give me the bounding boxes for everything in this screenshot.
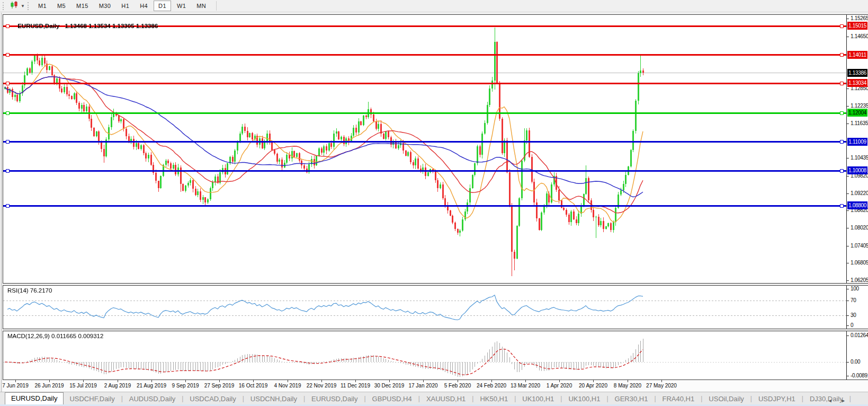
date-label: 24 Feb 2020 [477,383,506,389]
toolbar-grip[interactable] [28,2,31,10]
price-axis-tick: 1.09820 [847,176,868,176]
date-label: 30 Dec 2019 [374,383,405,389]
timeframe-button-group: M1M5M15M30H1H4D1W1MN [33,1,212,11]
price-label-1.10008: 1.10008 [847,166,867,174]
price-axis-tick-label: 1.06205 [851,277,868,283]
chart-ohlc-label: 1.13468 1.13534 1.13305 1.13386 [65,23,158,29]
tick-mark [847,289,849,289]
toolbar-grip[interactable] [3,2,6,10]
tab-eurusd-daily[interactable]: EURUSD,Daily [306,393,363,404]
tab-usoil-daily[interactable]: USOil,Daily [703,393,749,404]
time-axis-tick [83,380,84,382]
timeframe-button-w1[interactable]: W1 [172,1,191,11]
rsi-axis-tick: 100 [847,289,868,289]
toolbar: ▼ M1M5M15M30H1H4D1W1MN [0,0,868,12]
rsi-axis-tick-label: 100 [851,286,859,292]
timeframe-button-h4[interactable]: H4 [135,1,153,11]
price-axis-tick-label: 1.08020 [851,225,868,231]
price-axis-tick-label: 1.09220 [851,190,868,196]
tab-uk100-h1[interactable]: UK100,H1 [562,393,606,404]
tab-audusd-daily[interactable]: AUDUSD,Daily [123,393,181,404]
tick-mark [847,37,849,37]
price-axis-tick-label: 1.11635 [851,120,868,126]
timeframe-button-mn[interactable]: MN [192,1,211,11]
macd-axis-tick-label: 0.012645 [851,332,868,338]
tab-hk50-h1[interactable]: HK50,H1 [474,393,514,404]
toolbar-separator [216,1,217,11]
price-label-1.08800: 1.08800 [847,201,867,209]
tab-fra40-h1[interactable]: FRA40,H1 [657,393,701,404]
tick-mark [847,106,849,107]
main-chart-canvas[interactable] [3,15,846,283]
price-axis-tick: 1.14650 [847,37,868,37]
time-axis-tick [661,380,662,382]
date-label: 26 Jun 2019 [34,383,64,389]
price-axis-tick: 1.12235 [847,106,868,107]
date-label: 16 Oct 2019 [239,383,267,389]
macd-axis[interactable]: 0.0126450.00-0.00891 [846,331,868,379]
tab-usdcnh-daily[interactable]: USDCNH,Daily [245,393,303,404]
time-axis-tick [355,380,356,382]
macd-axis-tick-label: -0.00891 [851,373,868,378]
chevron-down-icon: ▼ [21,4,25,8]
tab-separator: | [849,393,852,404]
chart-type-dropdown[interactable]: ▼ [8,1,26,11]
timeframe-button-m1[interactable]: M1 [33,1,51,11]
tab-gbpusd-h4[interactable]: GBPUSD,H4 [366,393,418,404]
tick-mark [847,193,849,194]
time-axis-tick [151,380,152,382]
timeframe-button-h1[interactable]: H1 [117,1,134,11]
timeframe-button-d1[interactable]: D1 [154,1,171,11]
date-label: 27 Sep 2019 [204,383,235,389]
tab-usdjpy-h1[interactable]: USDJPY,H1 [753,393,801,404]
date-label: 20 Apr 2020 [579,383,607,389]
date-label: 11 Dec 2019 [341,383,370,389]
tick-mark [847,301,849,301]
tick-mark [847,315,849,316]
tick-mark [847,263,849,263]
tab-scroll-right-icon[interactable]: ► [841,398,846,403]
price-axis-tick-label: 1.12235 [851,103,868,109]
time-axis-tick [525,380,526,382]
date-label: 8 May 2020 [614,383,641,389]
time-axis-tick [185,380,186,382]
macd-panel: MACD(12,26,9) 0.011665 0.009312 0.012645… [3,331,868,380]
tab-uk100-h1[interactable]: UK100,H1 [516,393,560,404]
date-label: 1 Apr 2020 [547,383,572,389]
tab-ger30-h1[interactable]: GER30,H1 [609,393,654,404]
chart-title: EURUSD,Daily1.13468 1.13534 1.13305 1.13… [7,16,158,36]
price-axis-tick: 1.08020 [847,228,868,228]
timeframe-button-m5[interactable]: M5 [52,1,70,11]
price-axis-tick: 1.11635 [847,123,868,124]
tick-mark [847,228,849,228]
time-axis-tick [321,380,322,382]
date-label: 7 Jun 2019 [2,383,29,389]
macd-axis-tick: -0.00891 [847,376,868,376]
price-axis-tick-label: 1.06805 [851,260,868,266]
timeframe-button-m15[interactable]: M15 [71,1,93,11]
date-label: 17 Jan 2020 [408,383,437,389]
price-axis-tick: 1.06805 [847,263,868,263]
timeframe-button-m30[interactable]: M30 [94,1,116,11]
time-axis[interactable]: 7 Jun 201926 Jun 201915 Jul 20192 Aug 20… [3,380,868,392]
time-axis-tick [219,380,220,382]
rsi-axis-tick-label: 30 [851,312,856,318]
date-label: 5 Feb 2020 [444,383,471,389]
tab-eurusd-daily[interactable]: EURUSD,Daily [5,392,64,404]
rsi-axis[interactable]: 10070300 [846,286,868,329]
macd-canvas[interactable] [3,331,846,379]
date-label: 15 Jul 2019 [69,383,97,389]
tab-xauusd-h1[interactable]: XAUUSD,H1 [420,393,471,404]
tab-usdcad-daily[interactable]: USDCAD,Daily [184,393,241,404]
rsi-axis-tick-label: 0 [851,322,853,328]
time-axis-tick [288,380,288,382]
rsi-axis-tick: 0 [847,325,868,326]
tab-scroll-left-icon[interactable]: ◄ [828,398,833,403]
time-axis-tick [491,380,492,382]
rsi-canvas[interactable] [3,286,846,329]
tab-usdchf-daily[interactable]: USDCHF,Daily [64,393,120,404]
main-chart-panel: EURUSD,Daily1.13468 1.13534 1.13305 1.13… [3,14,868,284]
price-axis[interactable]: 1.152651.146501.128501.122351.116351.104… [846,15,868,283]
time-axis-tick [253,380,254,382]
chart-symbol-label: EURUSD,Daily [17,23,59,29]
